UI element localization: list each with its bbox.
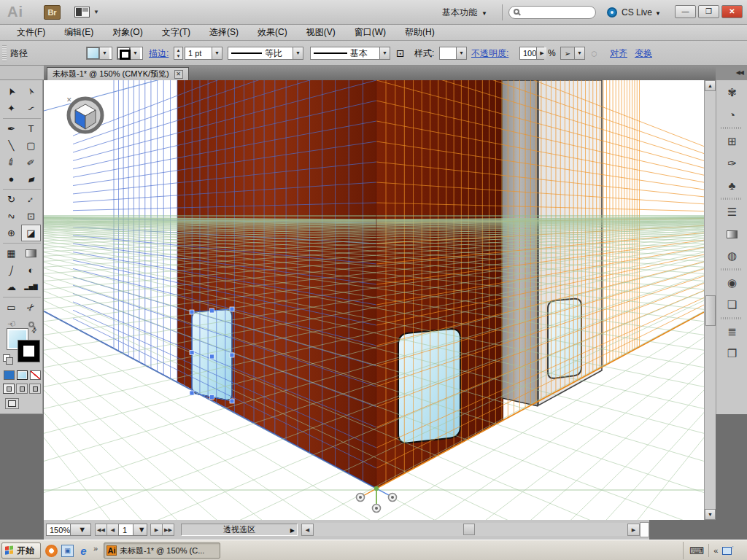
- shape-builder-tool[interactable]: ⊕: [1, 225, 21, 241]
- menu-item-6[interactable]: 视图(V): [297, 25, 345, 40]
- default-fill-stroke-icon[interactable]: [3, 354, 10, 362]
- recolor-artwork-icon[interactable]: ◌: [591, 41, 597, 66]
- quick-launch-icon[interactable]: ▣: [61, 545, 74, 557]
- menu-item-2[interactable]: 对象(O): [103, 25, 152, 40]
- color-guide-panel-icon[interactable]: ◔: [716, 104, 747, 125]
- horizontal-scroll-thumb[interactable]: [463, 524, 475, 535]
- stroke-color-picker[interactable]: ▼: [117, 47, 143, 60]
- widget-close-icon[interactable]: ✕: [66, 96, 72, 104]
- menu-item-3[interactable]: 文字(T): [152, 25, 200, 40]
- fill-stroke-indicator[interactable]: ⇄: [0, 325, 43, 368]
- transparency-panel-icon[interactable]: ◍: [716, 245, 747, 267]
- internet-explorer-icon[interactable]: e: [77, 545, 90, 557]
- prev-artboard-icon[interactable]: ◀: [107, 524, 119, 536]
- last-artboard-icon[interactable]: ▶▶: [162, 524, 174, 536]
- zoom-level-combo[interactable]: 150%▼: [46, 524, 91, 536]
- restore-button[interactable]: ❐: [698, 5, 719, 18]
- chevron-down-icon[interactable]: ▼: [93, 9, 99, 15]
- none-button[interactable]: [30, 370, 41, 380]
- menu-item-1[interactable]: 编辑(E): [55, 25, 103, 40]
- start-button[interactable]: 开始: [1, 542, 41, 559]
- brush-definition-combo[interactable]: 基本▼: [310, 47, 390, 60]
- network-icon[interactable]: [722, 547, 732, 555]
- tray-collapse-icon[interactable]: «: [713, 546, 718, 555]
- selection-handle[interactable]: [210, 395, 214, 400]
- bounding-box-icon[interactable]: ⊡: [396, 41, 405, 66]
- free-transform-tool[interactable]: ⊡: [21, 208, 41, 225]
- rotate-tool[interactable]: ↻: [1, 191, 21, 208]
- artboards-panel-icon[interactable]: ❐: [716, 343, 747, 365]
- horizontal-scrollbar[interactable]: ◀ ▶: [301, 523, 640, 536]
- menu-item-4[interactable]: 选择(S): [200, 25, 248, 40]
- selection-handle[interactable]: [190, 391, 194, 395]
- selection-handle[interactable]: [230, 307, 234, 311]
- mesh-tool[interactable]: ▦: [1, 245, 21, 262]
- selection-handle[interactable]: [210, 354, 214, 359]
- eyedropper-tool[interactable]: ⌡: [1, 262, 21, 279]
- type-tool[interactable]: T: [21, 120, 41, 137]
- gradient-panel-icon[interactable]: [716, 223, 747, 245]
- line-segment-tool[interactable]: ╲: [1, 137, 21, 154]
- stroke-color-box[interactable]: [18, 341, 39, 362]
- slice-tool[interactable]: ✂: [21, 299, 41, 316]
- draw-behind-button[interactable]: [16, 384, 28, 394]
- grid-origin-point[interactable]: [374, 486, 379, 491]
- fill-color-picker[interactable]: ▼: [86, 47, 112, 60]
- width-profile-combo[interactable]: 等比▼: [228, 47, 303, 60]
- artboard-canvas[interactable]: ✕: [44, 80, 704, 520]
- panel-drag-handle[interactable]: [2, 45, 7, 61]
- menu-item-0[interactable]: 文件(F): [7, 25, 55, 40]
- blob-brush-tool[interactable]: ●: [1, 171, 21, 187]
- menu-item-7[interactable]: 窗口(W): [345, 25, 395, 40]
- style-combo[interactable]: ▼: [439, 47, 467, 60]
- symbol-sprayer-tool[interactable]: ☁: [1, 279, 21, 295]
- magic-wand-tool[interactable]: ✦: [1, 100, 21, 117]
- dock-collapse-button[interactable]: ◀◀: [716, 66, 747, 80]
- cs-live-menu[interactable]: CS Live▼: [607, 6, 661, 19]
- selection-handle[interactable]: [190, 310, 194, 314]
- swap-fill-stroke-icon[interactable]: ⇄: [30, 326, 39, 335]
- pen-tool[interactable]: ✒: [1, 120, 21, 137]
- taskbar-window-button[interactable]: Ai 未标题-1* @ 150% (C...: [104, 542, 220, 559]
- document-tab[interactable]: 未标题-1* @ 150% (CMYK/预览) ✕: [47, 67, 189, 80]
- menu-item-8[interactable]: 帮助(H): [395, 25, 444, 40]
- arrange-documents-icon[interactable]: [74, 7, 90, 18]
- scroll-up-icon[interactable]: ▲: [705, 80, 716, 91]
- blend-tool[interactable]: ◐: [21, 262, 41, 279]
- symbols-panel-icon[interactable]: ♣: [716, 174, 747, 196]
- layers-panel-icon[interactable]: ≣: [716, 321, 747, 343]
- lasso-tool[interactable]: ∽: [21, 100, 41, 117]
- tab-close-icon[interactable]: ✕: [174, 70, 183, 79]
- media-player-icon[interactable]: [45, 545, 58, 557]
- opacity-link[interactable]: 不透明度:: [471, 41, 508, 66]
- screen-mode-button[interactable]: [5, 398, 19, 409]
- bridge-button[interactable]: Br: [44, 5, 61, 20]
- menu-item-5[interactable]: 效果(C): [248, 25, 297, 40]
- minimize-button[interactable]: —: [675, 5, 696, 18]
- direct-selection-tool[interactable]: ➢: [21, 83, 41, 100]
- stroke-weight-combo[interactable]: 1 pt▼: [185, 47, 222, 60]
- rounded-rectangle-tool[interactable]: ▢: [21, 137, 41, 154]
- transform-link[interactable]: 变换: [635, 41, 652, 66]
- color-panel-icon[interactable]: ✾: [716, 82, 747, 104]
- draw-normal-button[interactable]: [3, 384, 15, 394]
- artboard-tool[interactable]: ▭: [1, 299, 21, 316]
- workspace-switcher[interactable]: 基本功能▼: [436, 6, 493, 19]
- stroke-panel-icon[interactable]: ☰: [716, 201, 747, 223]
- artboard-number-field[interactable]: 1▼: [118, 524, 147, 536]
- align-link[interactable]: 对齐: [610, 41, 627, 66]
- eraser-tool[interactable]: ▰: [21, 171, 41, 187]
- stroke-weight-stepper[interactable]: ▲▼: [174, 47, 183, 60]
- paintbrush-tool[interactable]: ✐: [1, 154, 21, 171]
- quick-launch-overflow-icon[interactable]: »: [93, 544, 98, 553]
- scale-tool[interactable]: ↕: [21, 191, 41, 208]
- column-graph-tool[interactable]: ▂▅▇: [21, 279, 41, 295]
- input-method-icon[interactable]: ⌨: [689, 545, 704, 556]
- next-artboard-icon[interactable]: ▶: [150, 524, 163, 536]
- scroll-down-icon[interactable]: ▼: [705, 509, 716, 520]
- gradient-tool[interactable]: [21, 245, 41, 262]
- color-button[interactable]: [4, 370, 15, 380]
- first-artboard-icon[interactable]: ◀◀: [95, 524, 107, 536]
- selection-handle[interactable]: [190, 351, 194, 355]
- appearance-panel-icon[interactable]: ◉: [716, 272, 747, 294]
